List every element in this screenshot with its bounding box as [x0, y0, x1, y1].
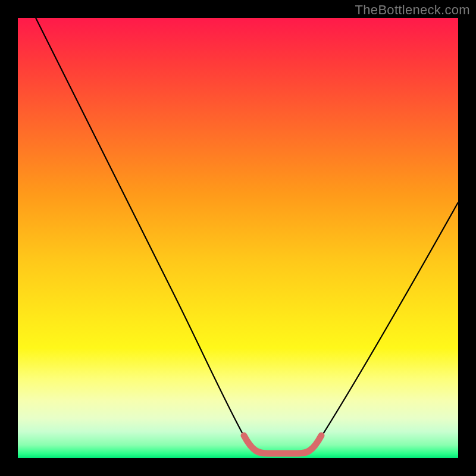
- watermark-text: TheBottleneck.com: [355, 2, 470, 18]
- curve-layer: [18, 18, 458, 458]
- bottleneck-curve: [36, 18, 458, 452]
- gradient-plot-area: [18, 18, 458, 458]
- chart-frame: TheBottleneck.com: [0, 0, 476, 476]
- optimal-zone-highlight: [244, 436, 321, 453]
